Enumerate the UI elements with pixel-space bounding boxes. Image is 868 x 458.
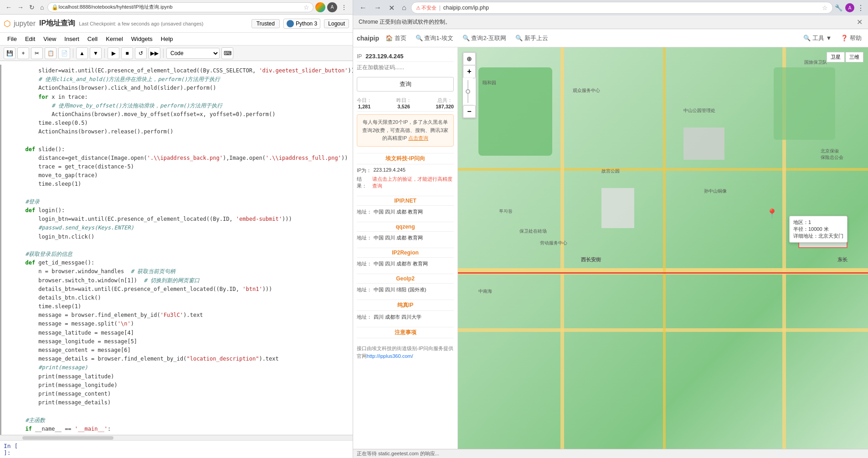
address-bar-left[interactable]: 🔒 localhost:8888/notebooks/hyhtest/IP地址查…	[47, 2, 313, 12]
nav-tools[interactable]: 🔍 工具 ▼	[801, 32, 834, 44]
chrome-extensions-button[interactable]: 🔧	[835, 4, 842, 11]
nav-query2[interactable]: 🔍 查询2-互联网	[460, 32, 509, 44]
python-label: Python 3	[296, 20, 317, 27]
input-cell-prompt: In [ ]:	[4, 443, 26, 456]
total-label: 总共：	[437, 97, 452, 104]
map-zoom-out-button[interactable]: −	[463, 105, 476, 118]
menu-kernel[interactable]: Kernel	[102, 34, 127, 44]
cell-type-select[interactable]: Code Markdown Raw NBConvert	[166, 48, 220, 59]
scrollbar-thumb[interactable]	[22, 436, 113, 440]
menu-widgets[interactable]: Widgets	[128, 34, 156, 44]
star-icon-right[interactable]: ☆	[822, 4, 828, 11]
insecure-badge: ⚠ 不安全	[416, 5, 437, 11]
provider-chunzhen-name: 纯真IP	[357, 300, 454, 311]
map-label-11: 투자등	[499, 208, 513, 214]
addr-label1: 地址：	[357, 209, 372, 215]
menu-cell[interactable]: Cell	[84, 34, 101, 44]
logout-button[interactable]: Logout	[324, 19, 349, 28]
map-label-9: 孙中山铜像	[704, 188, 727, 194]
query-button[interactable]: 查询	[357, 77, 454, 92]
keyboard-button[interactable]: ⌨	[221, 47, 233, 59]
addr-label2: 地址：	[357, 234, 372, 241]
add-cell-button[interactable]: +	[17, 47, 29, 59]
horizontal-scrollbar[interactable]	[0, 435, 353, 440]
zoom-slider[interactable]	[463, 78, 473, 105]
stat-today: 今日： 1,281	[357, 97, 372, 109]
run-all-button[interactable]: ▶▶	[149, 47, 160, 59]
nav-home[interactable]: 🏠 首页	[383, 32, 409, 44]
provider-notes: 注意事项	[357, 325, 454, 340]
road-v1	[560, 47, 564, 449]
map-background: 颐和园 观众服务中心 国旅保卫队 北京保俶保险总公会 中南海 西长安街 东长 中…	[458, 47, 868, 449]
stat-total: 总共： 187,320	[436, 97, 454, 109]
map-zoom-in-button[interactable]: +	[463, 65, 476, 78]
addr-value4: 中国 四川 绵阳 (国外准)	[374, 286, 426, 293]
jupyter-brand: jupyter	[14, 20, 36, 28]
menu-edit[interactable]: Edit	[21, 34, 39, 44]
map-tooltip: 地区：1 半径：10000 米 详细地址：北京天安门	[789, 216, 847, 243]
cut-cell-button[interactable]: ✂	[31, 47, 43, 59]
provider-ip2region: IP2Region 地址： 中国 四川 成都市 教育网	[357, 246, 454, 268]
menu-bar: File Edit View Insert Cell Kernel Widget…	[0, 33, 353, 46]
save-button[interactable]: 💾	[4, 47, 15, 59]
nav-help[interactable]: ❓ 帮助	[838, 32, 864, 44]
star-icon[interactable]: ☆	[303, 4, 309, 11]
python-badge: Python 3	[283, 19, 320, 29]
more-button[interactable]: ⋮	[339, 2, 349, 13]
map-panel[interactable]: 颐和园 观众服务中心 国旅保卫队 北京保俶保险总公会 中南海 西长安街 东长 中…	[458, 47, 868, 449]
addr-value5: 四川 成都市 四川大学	[374, 314, 421, 321]
back-button[interactable]: ←	[4, 2, 14, 13]
map-label-3: 国旅保卫队	[804, 59, 827, 66]
menu-help[interactable]: Help	[157, 34, 177, 44]
copy-cell-button[interactable]: 📋	[45, 47, 56, 59]
jupyter-header: ⬡ jupyter IP地址查询 Last Checkpoint: a few …	[0, 15, 353, 33]
nav-cloud[interactable]: 🔍 新手上云	[513, 32, 551, 44]
menu-file[interactable]: File	[4, 34, 21, 44]
today-value: 1,281	[358, 104, 371, 109]
chrome-back-button[interactable]: ←	[357, 2, 370, 14]
chrome-profile-button[interactable]: A	[845, 3, 854, 12]
provider-ipip-row1: 地址： 中国 四川 成都 教育网	[357, 208, 454, 216]
menu-insert[interactable]: Insert	[61, 34, 83, 44]
promo-link[interactable]: 点击查询	[408, 135, 428, 141]
ip-value: 223.129.4.245	[365, 53, 403, 60]
map-nav-button[interactable]: ⊕	[463, 52, 476, 65]
chrome-warning-bar: Chrome 正受到自动测试软件的控制。 ✕	[353, 15, 868, 29]
forward-button[interactable]: →	[15, 2, 26, 13]
paste-cell-button[interactable]: 📄	[58, 47, 70, 59]
interrupt-button[interactable]: ■	[121, 47, 133, 59]
promo-box: 每人每天限查20个IP，多了永久黑名单查询2收费，可查高德、搜狗、腾讯3家的高精…	[357, 114, 454, 147]
menu-view[interactable]: View	[40, 34, 60, 44]
chrome-address-bar[interactable]: ⚠ 不安全 | chaipip.com/ip.php ☆	[411, 2, 833, 14]
refresh-button[interactable]: ↻	[27, 2, 36, 13]
toolbar-sep1	[73, 49, 73, 58]
code-cell[interactable]: slider=wait.until(EC.presence_of_element…	[0, 65, 353, 435]
move-down-button[interactable]: ▼	[90, 47, 102, 59]
nav-query1[interactable]: 🔍 查询1-埃文	[413, 32, 456, 44]
satellite-button[interactable]: 卫星	[827, 52, 845, 62]
footer-link[interactable]: http://ipplus360.com/	[367, 353, 413, 359]
provider-ip2region-row1: 地址： 中国 四川 成都市 教育网	[357, 260, 454, 268]
trusted-button[interactable]: Trusted	[252, 19, 280, 28]
3d-button[interactable]: 三维	[846, 52, 863, 62]
chrome-home-button[interactable]: ⌂	[399, 2, 409, 14]
toolbar-sep2	[104, 49, 105, 58]
close-warning-button[interactable]: ✕	[857, 18, 863, 26]
chrome-menu-button[interactable]: ⋮	[857, 4, 864, 12]
url-text: localhost:8888/notebooks/hyhtest/IP地址查询.…	[58, 4, 303, 10]
chaipip-logo: chaipip	[357, 35, 379, 42]
restart-button[interactable]: ↺	[135, 47, 147, 59]
notebook-title[interactable]: IP地址查询	[39, 19, 75, 28]
code-area[interactable]: slider=wait.until(EC.presence_of_element…	[0, 61, 353, 435]
chrome-forward-button[interactable]: →	[371, 2, 384, 14]
run-button[interactable]: ▶	[108, 47, 119, 59]
chaipip-content: chaipip 🏠 首页 🔍 查询1-埃文 🔍 查询2-互联网 🔍 新手上云 🔍…	[353, 29, 868, 449]
home-button[interactable]: ⌂	[38, 2, 46, 13]
slider-thumb[interactable]	[466, 89, 470, 94]
jupyter-logo: ⬡ jupyter	[4, 19, 36, 29]
result-error: 请点击上方的验证，才能进行高精度查询	[372, 176, 454, 189]
chrome-tab-bar: ← → ✕ ⌂ ⚠ 不安全 | chaipip.com/ip.php ☆ 🔧 A…	[353, 0, 868, 15]
separator: |	[439, 5, 441, 11]
chrome-close-button[interactable]: ✕	[386, 2, 397, 14]
move-up-button[interactable]: ▲	[76, 47, 88, 59]
